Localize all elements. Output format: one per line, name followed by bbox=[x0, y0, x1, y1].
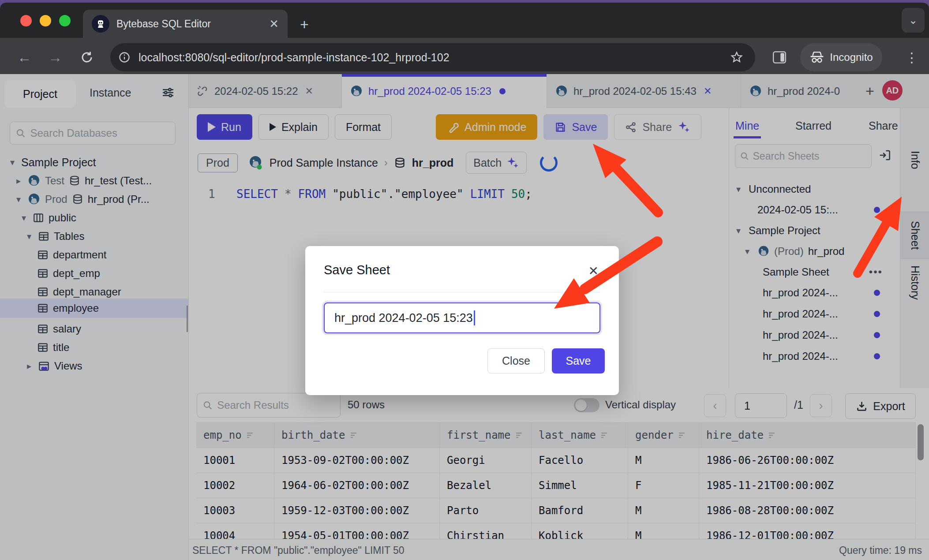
reload-icon[interactable] bbox=[76, 38, 98, 77]
close-button[interactable]: Close bbox=[487, 348, 545, 373]
url-text[interactable]: localhost:8080/sql-editor/prod-sample-in… bbox=[139, 51, 450, 64]
forward-icon[interactable]: → bbox=[44, 38, 66, 77]
back-icon[interactable]: ← bbox=[13, 38, 35, 77]
screenshot-root: { "colors": { "accent": "#4f46e5", "admi… bbox=[0, 0, 929, 560]
bytebase-favicon-icon bbox=[92, 15, 109, 33]
browser-window: Bytebase SQL Editor ✕ + ⌄ ← → localhost:… bbox=[0, 3, 929, 74]
close-window-button[interactable] bbox=[20, 15, 32, 26]
new-tab-button[interactable]: + bbox=[300, 16, 309, 33]
maximize-window-button[interactable] bbox=[59, 15, 71, 26]
incognito-icon bbox=[809, 51, 824, 64]
text-caret bbox=[474, 310, 475, 325]
window-controls[interactable] bbox=[20, 15, 71, 26]
sheet-name-input[interactable]: hr_prod 2024-02-05 15:23 bbox=[324, 302, 600, 333]
close-tab-icon[interactable]: ✕ bbox=[269, 17, 279, 31]
browser-menu-icon[interactable]: ⋮ bbox=[901, 38, 923, 77]
save-sheet-dialog: Save Sheet ✕ hr_prod 2024-02-05 15:23 Cl… bbox=[305, 246, 619, 395]
minimize-window-button[interactable] bbox=[40, 15, 51, 26]
save-sheet-button[interactable]: Save bbox=[552, 348, 605, 373]
close-dialog-icon[interactable]: ✕ bbox=[588, 264, 599, 278]
dialog-divider bbox=[324, 292, 600, 292]
url-bar[interactable]: localhost:8080/sql-editor/prod-sample-in… bbox=[110, 43, 755, 71]
dialog-title: Save Sheet bbox=[324, 263, 390, 277]
browser-tab[interactable]: Bytebase SQL Editor ✕ bbox=[83, 10, 288, 38]
browser-tab-title: Bytebase SQL Editor bbox=[116, 18, 262, 30]
incognito-badge: Incognito bbox=[800, 43, 882, 71]
side-panel-icon[interactable] bbox=[768, 38, 790, 77]
incognito-label: Incognito bbox=[830, 51, 873, 63]
tab-search-button[interactable]: ⌄ bbox=[902, 8, 925, 33]
browser-navbar: ← → localhost:8080/sql-editor/prod-sampl… bbox=[0, 38, 929, 77]
bookmark-star-icon[interactable] bbox=[726, 38, 748, 77]
site-info-icon[interactable] bbox=[118, 51, 131, 63]
